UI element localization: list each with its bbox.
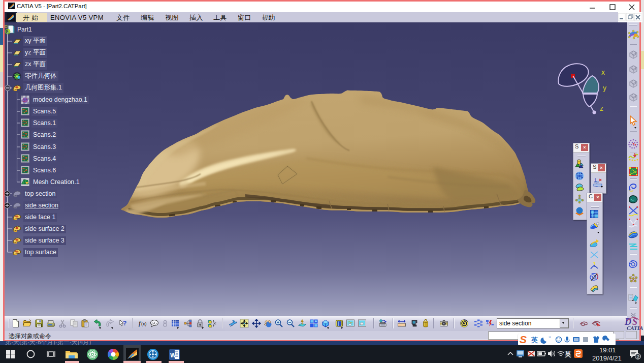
svg-text:S: S: [520, 334, 527, 345]
svg-text:英: 英: [531, 336, 538, 344]
svg-text:W: W: [170, 352, 176, 359]
svg-text:2: 2: [637, 354, 639, 359]
svg-text:z: z: [600, 104, 603, 112]
svg-text:y: y: [603, 84, 606, 92]
svg-text:CATIA: CATIA: [627, 325, 643, 331]
svg-text:’’: ’’: [549, 336, 551, 342]
svg-text:x: x: [601, 68, 605, 76]
